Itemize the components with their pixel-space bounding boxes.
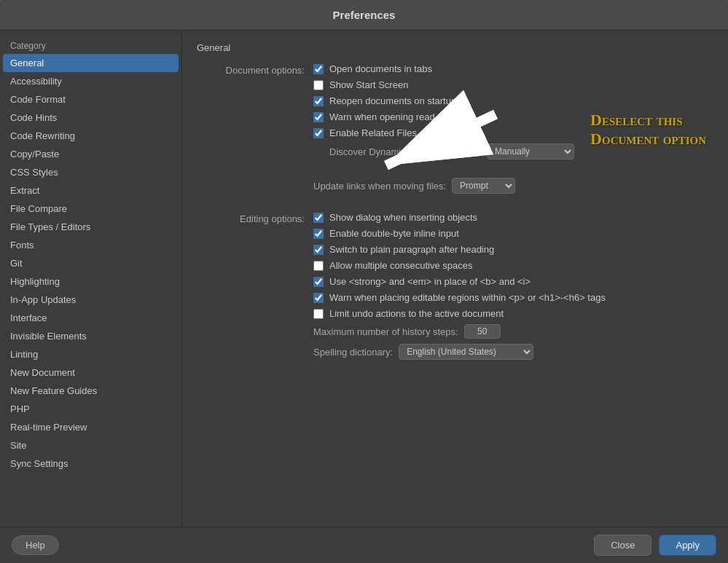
preferences-dialog: Preferences Category GeneralAccessibilit… [0,0,728,563]
history-input[interactable] [464,324,501,339]
sidebar-item-real-time-preview[interactable]: Real-time Preview [0,418,181,436]
doc-option-show-start: Show Start Screen [313,79,713,90]
sidebar-item-code-hints[interactable]: Code Hints [0,109,181,127]
checkbox-edit-plain-para[interactable] [313,245,324,255]
close-button[interactable]: Close [594,535,651,556]
history-label: Maximum number of history steps: [313,326,458,337]
editing-options-list: Show dialog when inserting objectsEnable… [313,212,713,319]
dialog-content: Category GeneralAccessibilityCode Format… [0,31,728,527]
sidebar-header: Category [0,36,181,54]
update-links-label: Update links when moving files: [313,181,446,192]
label-edit-multiple-spaces: Allow multiple consecutive spaces [329,260,473,271]
footer: Help Close Apply [0,527,728,563]
editing-options-content: Show dialog when inserting objectsEnable… [313,212,713,365]
annotation-line1: Deselect this [590,111,682,130]
panel-title: General [197,42,713,53]
sidebar-item-file-types---editors[interactable]: File Types / Editors [0,218,181,236]
apply-button[interactable]: Apply [659,535,716,556]
main-panel: General Document options: Open documents… [182,31,728,527]
checkbox-edit-double-byte[interactable] [313,229,324,239]
checkbox-enable-related[interactable] [313,128,324,138]
editing-options-label: Editing options: [197,212,313,365]
history-row: Maximum number of history steps: [313,324,713,339]
sidebar-item-code-format[interactable]: Code Format [0,90,181,109]
checkbox-edit-strong-em[interactable] [313,277,324,287]
edit-option-limit-undo: Limit undo actions to the active documen… [313,308,713,319]
footer-left: Help [12,535,59,555]
edit-option-double-byte: Enable double-byte inline input [313,228,713,239]
checkbox-edit-limit-undo[interactable] [313,309,324,319]
update-links-select[interactable]: PromptAlwaysNever [452,178,515,194]
label-open-tabs: Open documents in tabs [329,63,432,74]
label-enable-related: Enable Related Files [329,127,417,138]
label-edit-plain-para: Switch to plain paragraph after heading [329,244,494,255]
sidebar: Category GeneralAccessibilityCode Format… [0,31,182,527]
sidebar-item-extract[interactable]: Extract [0,181,181,200]
footer-right: Close Apply [594,535,716,556]
sidebar-item-in-app-updates[interactable]: In-App Updates [0,291,181,309]
label-edit-double-byte: Enable double-byte inline input [329,228,459,239]
label-edit-strong-em: Use <strong> and <em> in place of <b> an… [329,276,531,287]
checkbox-reopen[interactable] [313,96,324,106]
sidebar-items-container: GeneralAccessibilityCode FormatCode Hint… [0,54,181,473]
sidebar-item-git[interactable]: Git [0,254,181,272]
sidebar-item-accessibility[interactable]: Accessibility [0,72,181,90]
sidebar-item-copy-paste[interactable]: Copy/Paste [0,145,181,163]
discover-select[interactable]: ManuallyAutomaticallyNever [487,143,574,160]
label-edit-show-dialog: Show dialog when inserting objects [329,212,477,223]
update-links-row: Update links when moving files: PromptAl… [313,178,713,194]
doc-option-reopen: Reopen documents on startup [313,95,713,106]
checkbox-edit-multiple-spaces[interactable] [313,261,324,271]
checkbox-edit-show-dialog[interactable] [313,213,324,223]
annotation-overlay: Deselect this Document option [590,111,706,149]
edit-option-show-dialog: Show dialog when inserting objects [313,212,713,223]
sidebar-item-css-styles[interactable]: CSS Styles [0,163,181,181]
sidebar-item-linting[interactable]: Linting [0,345,181,363]
spelling-row: Spelling dictionary: English (United Sta… [313,344,713,360]
sidebar-item-interface[interactable]: Interface [0,309,181,327]
label-warn-readonly: Warn when opening read-only files [329,111,475,122]
sidebar-item-general[interactable]: General [3,54,179,72]
update-links-section: Update links when moving files: PromptAl… [197,178,713,199]
document-options-label: Document options: [197,63,313,165]
sidebar-item-site[interactable]: Site [0,436,181,454]
sidebar-item-sync-settings[interactable]: Sync Settings [0,454,181,473]
annotation-line2: Document option [590,130,706,149]
label-edit-warn-editable: Warn when placing editable regions withi… [329,292,606,303]
label-edit-limit-undo: Limit undo actions to the active documen… [329,308,504,319]
update-links-content: Update links when moving files: PromptAl… [313,178,713,199]
update-links-spacer [197,178,313,199]
sidebar-item-invisible-elements[interactable]: Invisible Elements [0,327,181,345]
edit-option-warn-editable: Warn when placing editable regions withi… [313,292,713,303]
help-button[interactable]: Help [12,535,59,555]
edit-option-multiple-spaces: Allow multiple consecutive spaces [313,260,713,271]
label-show-start: Show Start Screen [329,79,408,90]
doc-option-open-tabs: Open documents in tabs [313,63,713,74]
edit-option-strong-em: Use <strong> and <em> in place of <b> an… [313,276,713,287]
sidebar-item-new-feature-guides[interactable]: New Feature Guides [0,382,181,400]
spelling-select[interactable]: English (United States)English (United K… [399,344,533,360]
sidebar-item-fonts[interactable]: Fonts [0,236,181,254]
checkbox-warn-readonly[interactable] [313,112,324,122]
sidebar-item-new-document[interactable]: New Document [0,363,181,382]
sidebar-item-code-rewriting[interactable]: Code Rewriting [0,127,181,145]
dialog-title: Preferences [0,0,728,31]
editing-options-section: Editing options: Show dialog when insert… [197,212,713,365]
spelling-label: Spelling dictionary: [313,347,393,358]
label-reopen: Reopen documents on startup [329,95,456,106]
edit-option-plain-para: Switch to plain paragraph after heading [313,244,713,255]
checkbox-open-tabs[interactable] [313,64,324,74]
checkbox-show-start[interactable] [313,80,324,90]
checkbox-edit-warn-editable[interactable] [313,293,324,303]
sidebar-item-php[interactable]: PHP [0,400,181,418]
sidebar-item-file-compare[interactable]: File Compare [0,200,181,218]
sidebar-item-highlighting[interactable]: Highlighting [0,272,181,291]
discover-label: Discover Dynamically-Related Files: [329,146,481,157]
